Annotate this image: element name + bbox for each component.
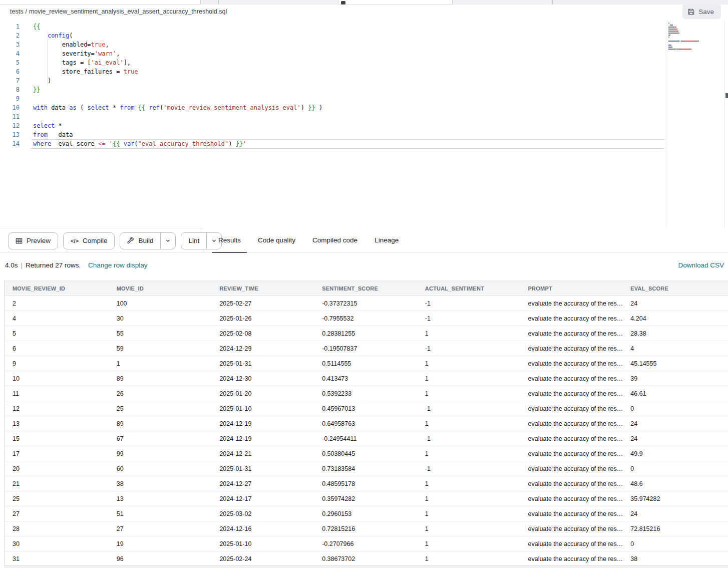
code-line[interactable]: config(	[33, 31, 322, 40]
code-line[interactable]: select *	[33, 121, 322, 130]
prompt-preview-text: evaluate the accuracy of the res…	[528, 540, 623, 547]
compile-button[interactable]: </> Compile	[63, 232, 115, 249]
table-row[interactable]: 31962025-02-240.386737021evaluate the ac…	[5, 551, 728, 566]
line-number: 1	[0, 22, 24, 31]
code-line[interactable]: tags = ['ai_eval'],	[33, 58, 322, 67]
editor-minimap[interactable]	[666, 21, 724, 227]
editor-scrollbar-thumb[interactable]	[725, 93, 728, 98]
minimap-line	[668, 41, 724, 42]
save-button[interactable]: Save	[682, 4, 721, 19]
table-cell: 0.35974282	[314, 495, 417, 502]
column-header-movie_review_id[interactable]: MOVIE_REVIEW_ID	[5, 286, 109, 292]
editor-code-lines[interactable]: {{ config( enabled=true, severity='warn'…	[33, 22, 322, 148]
table-cell: 25	[109, 405, 212, 412]
minimap-line	[668, 23, 724, 24]
table-row[interactable]: 30192025-01-10-0.27079661evaluate the ac…	[5, 536, 728, 551]
table-cell: -0.2707966	[314, 540, 417, 547]
line-number: 14	[0, 139, 24, 148]
table-row[interactable]: 13892024-12-190.649587631evaluate the ac…	[5, 416, 728, 431]
column-header-prompt[interactable]: PROMPT	[520, 286, 623, 292]
browser-tab[interactable]	[452, 0, 552, 5]
table-row[interactable]: 21382024-12-270.485951781evaluate the ac…	[5, 476, 728, 491]
compile-button-label: Compile	[83, 237, 108, 244]
build-button[interactable]: Build	[120, 232, 176, 249]
table-cell: 38	[622, 555, 728, 562]
build-button-label: Build	[138, 237, 153, 244]
minimap-line	[668, 39, 724, 40]
column-header-movie_id[interactable]: MOVIE_ID	[109, 286, 212, 292]
table-row[interactable]: 4302025-01-26-0.7955532-1evaluate the ac…	[5, 311, 728, 326]
browser-tab[interactable]	[218, 0, 338, 5]
minimap-line	[668, 47, 724, 48]
table-row[interactable]: 912025-01-310.51145551evaluate the accur…	[5, 356, 728, 371]
table-cell: 2025-02-27	[211, 300, 314, 307]
table-cell: 30	[109, 315, 212, 322]
breadcrumb-folder[interactable]: tests	[10, 8, 23, 15]
table-row[interactable]: 28272024-12-160.728152161evaluate the ac…	[5, 521, 728, 536]
prompt-preview-text: evaluate the accuracy of the res…	[528, 555, 623, 562]
code-line[interactable]: with data as ( select * from {{ ref('mov…	[33, 103, 322, 112]
table-row[interactable]: 5552025-02-080.283812551evaluate the acc…	[5, 326, 728, 341]
download-csv-link[interactable]: Download CSV	[678, 261, 724, 269]
table-cell: 55	[109, 330, 212, 337]
table-cell: 0.2960153	[314, 510, 417, 517]
table-cell: 2025-02-08	[211, 330, 314, 337]
table-row[interactable]: 15672024-12-19-0.24954411-1evaluate the …	[5, 431, 728, 446]
table-row[interactable]: 11262025-01-200.53922331evaluate the acc…	[5, 386, 728, 401]
table-cell: -0.7955532	[314, 315, 417, 322]
code-line[interactable]: store_failures = true	[33, 67, 322, 76]
prompt-cell: evaluate the accuracy of the res…	[520, 495, 623, 502]
query-duration: 4.0s	[5, 261, 18, 269]
table-cell: 1	[417, 375, 520, 382]
lint-button-label: Lint	[188, 237, 199, 244]
minimap-line	[668, 49, 724, 50]
table-cell: 2024-12-16	[211, 525, 314, 532]
table-row[interactable]: 17992024-12-210.503804451evaluate the ac…	[5, 446, 728, 461]
table-row[interactable]: 20602025-01-310.73183584-1evaluate the a…	[5, 461, 728, 476]
table-cell: 4.204	[622, 315, 728, 322]
table-row[interactable]: 10892024-12-300.4134731evaluate the accu…	[5, 371, 728, 386]
tab-code-quality[interactable]: Code quality	[258, 228, 295, 253]
table-row[interactable]: 27512025-03-020.29601531evaluate the acc…	[5, 506, 728, 521]
table-cell: 15	[5, 435, 109, 442]
save-button-label: Save	[698, 8, 714, 16]
editor-scrollbar[interactable]	[724, 21, 728, 228]
table-cell: -1	[417, 405, 520, 412]
table-cell: 1	[417, 450, 520, 457]
table-row[interactable]: 25132024-12-170.359742821evaluate the ac…	[5, 491, 728, 506]
column-header-sentiment_score[interactable]: SENTIMENT_SCORE	[314, 286, 417, 292]
tab-results[interactable]: Results	[218, 228, 241, 253]
table-horizontal-scrollbar[interactable]	[4, 565, 728, 568]
table-cell: 28.38	[622, 330, 728, 337]
table-cell: 19	[109, 540, 212, 547]
tab-lineage[interactable]: Lineage	[375, 228, 399, 253]
table-cell: 2025-01-20	[211, 390, 314, 397]
change-row-display-link[interactable]: Change row display	[88, 261, 148, 269]
build-menu-button[interactable]	[160, 233, 175, 249]
line-number: 5	[0, 58, 24, 67]
browser-tab-strip	[0, 0, 728, 5]
prompt-preview-text: evaluate the accuracy of the res…	[528, 375, 623, 382]
code-line[interactable]: where eval_score <= '{{ var("eval_accura…	[33, 139, 322, 148]
table-cell: 51	[109, 510, 212, 517]
code-line[interactable]: )	[33, 76, 322, 85]
column-header-actual_sentiment[interactable]: ACTUAL_SENTIMENT	[417, 286, 520, 292]
code-line[interactable]: from data	[33, 130, 322, 139]
code-line[interactable]: enabled=true,	[33, 40, 322, 49]
code-line[interactable]: }}	[33, 85, 322, 94]
preview-button[interactable]: Preview	[8, 232, 58, 249]
table-row[interactable]: 6592024-12-29-0.19507837-1evaluate the a…	[5, 341, 728, 356]
table-cell: -1	[417, 435, 520, 442]
code-editor[interactable]: 1234567891011121314 {{ config( enabled=t…	[0, 21, 728, 228]
code-line[interactable]: severity='warn',	[33, 49, 322, 58]
code-line[interactable]	[33, 94, 322, 103]
column-header-eval_score[interactable]: EVAL_SCORE	[622, 286, 728, 292]
prompt-cell: evaluate the accuracy of the res…	[520, 525, 623, 532]
code-line[interactable]: {{	[33, 22, 322, 31]
tab-compiled-code[interactable]: Compiled code	[312, 228, 357, 253]
table-row[interactable]: 21002025-02-27-0.37372315-1evaluate the …	[5, 296, 728, 311]
code-line[interactable]	[33, 112, 322, 121]
table-row[interactable]: 12252025-01-100.45967013-1evaluate the a…	[5, 401, 728, 416]
table-cell: 60	[109, 465, 212, 472]
column-header-review_time[interactable]: REVIEW_TIME	[211, 286, 314, 292]
